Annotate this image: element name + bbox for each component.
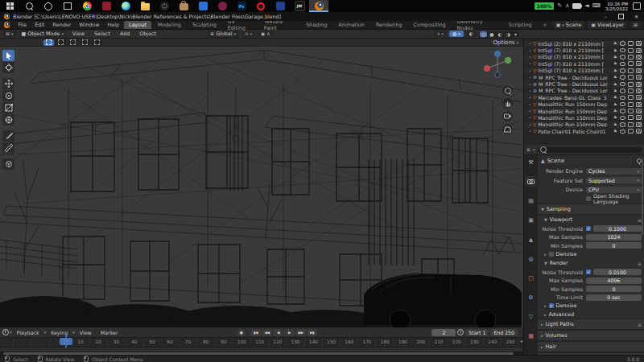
editor-type-selector[interactable]: ⊞▾ <box>2 31 17 37</box>
outliner-row[interactable]: •▽Mercedes_Benz-GL_Class_3 <box>524 94 644 101</box>
viewport-disable-toggle-icon[interactable] <box>628 109 634 113</box>
outliner-row[interactable]: •▽IntSgl (2) 810 x 2110mm [ <box>524 40 644 47</box>
viewport-subpanel-header[interactable]: ▼Viewport≡ <box>538 215 644 224</box>
selectable-toggle-icon[interactable] <box>613 130 617 134</box>
play-reverse-button[interactable]: ◀ <box>273 329 283 336</box>
osl-checkbox[interactable] <box>586 196 591 201</box>
outliner-row[interactable]: •▽Patio Chair01 Patio Chair01 <box>524 128 644 134</box>
hide-eye-toggle-icon[interactable] <box>620 88 625 93</box>
outliner-row[interactable]: •▽Monolithic Run 150mm Dep <box>524 114 644 121</box>
hide-eye-toggle-icon[interactable] <box>620 116 625 121</box>
viewport-disable-toggle-icon[interactable] <box>628 55 634 60</box>
taskbar-app-file-explorer[interactable] <box>135 0 155 12</box>
menu-edit[interactable]: Edit <box>31 22 48 28</box>
camera-view-button[interactable] <box>502 111 513 121</box>
cursor-tool[interactable] <box>2 62 14 73</box>
hide-eye-toggle-icon[interactable] <box>620 82 625 87</box>
expand-dot-icon[interactable]: • <box>529 109 531 113</box>
taskbar-app-teams[interactable] <box>270 0 290 12</box>
tab-modifier-properties[interactable]: ⚙ <box>525 292 537 302</box>
viewport-disable-toggle-icon[interactable] <box>628 75 634 80</box>
viewport-menu-object[interactable]: Object <box>135 31 160 37</box>
render-disable-toggle-icon[interactable] <box>636 95 642 100</box>
light-paths-panel-header[interactable]: ▸Light Paths≡ <box>538 319 644 330</box>
workspace-tab-sculpting[interactable]: Sculpting <box>188 21 221 29</box>
render-disable-toggle-icon[interactable] <box>636 61 642 66</box>
render-noise-checkbox[interactable]: ✓ <box>586 269 591 274</box>
battery-percentage-badge[interactable]: 100% <box>535 2 555 10</box>
play-button[interactable]: ▶ <box>284 329 295 336</box>
tab-tool-properties[interactable]: ⚒ <box>525 157 537 167</box>
expand-dot-icon[interactable]: • <box>529 102 531 107</box>
tab-world-properties[interactable]: ◍ <box>525 253 537 264</box>
workspace-tab-modeling[interactable]: Modeling <box>153 21 186 29</box>
render-disable-toggle-icon[interactable] <box>636 115 642 120</box>
hide-eye-toggle-icon[interactable] <box>620 62 625 67</box>
presets-icon[interactable]: ≡ <box>638 322 642 327</box>
maximize-button[interactable] <box>613 12 629 21</box>
properties-scrollbar[interactable] <box>642 158 644 235</box>
selectable-toggle-icon[interactable] <box>613 48 617 52</box>
taskbar-app-reader[interactable] <box>97 0 116 12</box>
perspective-toggle-button[interactable] <box>502 124 513 134</box>
end-frame-field[interactable]: End250 <box>490 329 518 336</box>
viewport-disable-toggle-icon[interactable] <box>628 129 634 134</box>
taskbar-app-store[interactable] <box>174 0 193 12</box>
start-frame-field[interactable]: Start1 <box>465 329 489 336</box>
previous-keyframe-button[interactable]: ◀◀ <box>262 329 272 336</box>
selectable-toggle-icon[interactable] <box>613 62 617 66</box>
expand-dot-icon[interactable]: • <box>529 75 531 80</box>
viewport-menu-add[interactable]: Add <box>116 31 134 37</box>
expand-dot-icon[interactable]: • <box>529 122 531 127</box>
render-disable-toggle-icon[interactable] <box>636 48 642 53</box>
viewport-disable-toggle-icon[interactable] <box>628 102 634 107</box>
selectable-toggle-icon[interactable] <box>613 82 617 86</box>
viewport-disable-toggle-icon[interactable] <box>628 41 634 46</box>
selectable-toggle-icon[interactable] <box>613 116 617 120</box>
transform-tool[interactable] <box>2 114 14 125</box>
timeline-menu-marker[interactable]: Marker <box>97 330 122 335</box>
expand-dot-icon[interactable]: • <box>529 41 531 46</box>
viewport-disable-toggle-icon[interactable] <box>628 61 634 66</box>
shading-rendered-button[interactable]: ◑ <box>505 31 512 37</box>
viewlayer-selector[interactable]: ▣ViewLayer <box>588 21 627 29</box>
expand-dot-icon[interactable]: • <box>529 61 531 66</box>
viewport-menu-view[interactable]: View <box>68 31 89 37</box>
viewport-denoise-checkbox[interactable] <box>549 252 554 257</box>
render-disable-toggle-icon[interactable] <box>636 82 642 87</box>
zoom-view-button[interactable] <box>502 85 513 96</box>
start-button[interactable] <box>0 0 19 12</box>
outliner-row[interactable]: •▽Monolithic Run 150mm Dep <box>524 101 644 108</box>
timeline-overflow-arrow[interactable]: ◂ <box>520 338 522 343</box>
expand-dot-icon[interactable]: • <box>529 55 531 60</box>
render-disable-toggle-icon[interactable] <box>636 129 642 134</box>
taskbar-app-media-player[interactable] <box>155 0 174 12</box>
workspace-tab-shading[interactable]: Shading <box>301 21 332 29</box>
selectable-toggle-icon[interactable] <box>613 96 617 100</box>
timeline-menu-keying[interactable]: Keying <box>47 330 72 335</box>
expand-dot-icon[interactable]: • <box>529 48 531 53</box>
render-denoise-checkbox[interactable]: ✓ <box>549 303 554 308</box>
outliner-row[interactable]: •▽Monolithic Run 150mm Dep <box>524 121 644 128</box>
hide-eye-toggle-icon[interactable] <box>620 102 625 107</box>
expand-dot-icon[interactable]: • <box>529 88 531 93</box>
tab-object-properties[interactable]: □ <box>525 273 537 283</box>
viewport-denoise-header[interactable]: ▸Denoise <box>538 250 644 259</box>
expand-dot-icon[interactable]: • <box>529 95 531 100</box>
3d-viewport[interactable]: Options▾ <box>0 39 523 327</box>
render-max-samples-field[interactable]: 4096 <box>586 278 642 284</box>
viewport-min-samples-field[interactable]: 0 <box>586 242 642 249</box>
hide-eye-toggle-icon[interactable] <box>620 48 625 53</box>
hide-eye-toggle-icon[interactable] <box>620 96 625 101</box>
pen-icon[interactable]: ✎ <box>557 3 562 9</box>
viewport-noise-checkbox[interactable]: ✓ <box>586 226 591 231</box>
viewport-disable-toggle-icon[interactable] <box>628 82 634 87</box>
device-dropdown[interactable]: CPU▾ <box>586 187 642 193</box>
tab-scene-properties[interactable]: ▲ <box>525 234 537 245</box>
expand-dot-icon[interactable]: • <box>529 82 531 87</box>
expand-dot-icon[interactable]: • <box>529 129 531 134</box>
jump-to-end-button[interactable]: ▶▮ <box>307 329 317 336</box>
selectable-toggle-icon[interactable] <box>613 55 617 59</box>
timeline-editor-icon[interactable] <box>2 329 9 335</box>
gizmos-toggle[interactable]: ⌖▾ <box>434 31 447 37</box>
